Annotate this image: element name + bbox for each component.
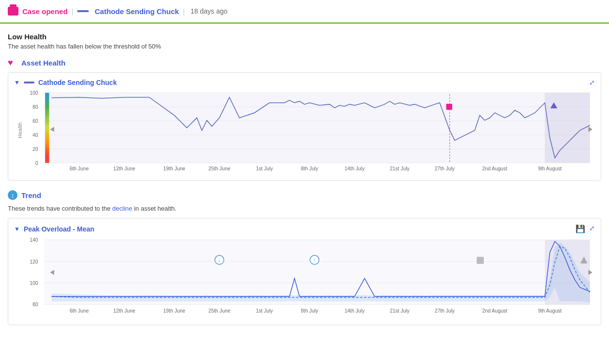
- svg-text:21st July: 21st July: [390, 166, 410, 171]
- svg-marker-61: [589, 270, 593, 275]
- svg-rect-28: [446, 104, 452, 110]
- case-icon: [8, 7, 18, 16]
- svg-text:8th July: 8th July: [301, 308, 318, 314]
- svg-text:12th June: 12th June: [113, 166, 135, 171]
- svg-text:1st July: 1st July: [256, 308, 273, 314]
- heart-icon: ♥: [8, 58, 17, 67]
- svg-text:8th July: 8th July: [301, 166, 318, 171]
- svg-text:27th July: 27th July: [435, 308, 455, 314]
- svg-text:1st July: 1st July: [256, 166, 273, 171]
- svg-text:6th June: 6th June: [69, 166, 89, 171]
- trend-section-header: ↕ Trend: [8, 190, 601, 200]
- svg-text:140: 140: [30, 238, 38, 243]
- svg-text:100: 100: [30, 281, 38, 286]
- asset-health-title: Asset Health: [21, 59, 66, 67]
- svg-text:19th June: 19th June: [164, 166, 186, 171]
- svg-text:9th August: 9th August: [538, 308, 562, 314]
- svg-text:19th June: 19th June: [164, 308, 186, 314]
- trend-chart-card: ▼ Peak Overload - Mean 💾 ⤢ 140 120: [8, 218, 601, 325]
- trend-decline-word: decline: [112, 205, 132, 212]
- svg-rect-7: [45, 93, 49, 163]
- svg-text:20: 20: [33, 147, 38, 152]
- svg-text:21st July: 21st July: [390, 308, 410, 314]
- health-chart-area: 100 80 60 40 20 0 Health 6th June 12th J…: [14, 90, 595, 174]
- svg-text:Health: Health: [17, 122, 23, 138]
- svg-text:80: 80: [33, 302, 38, 308]
- svg-text:25th June: 25th June: [208, 166, 230, 171]
- svg-rect-58: [477, 257, 483, 264]
- svg-rect-0: [44, 93, 590, 163]
- svg-text:14th July: 14th July: [345, 308, 365, 314]
- svg-text:27th July: 27th July: [435, 166, 455, 171]
- main-content: Low Health The asset health has fallen b…: [0, 24, 609, 344]
- divider-2: |: [183, 7, 185, 16]
- svg-text:40: 40: [33, 132, 38, 138]
- divider-1: |: [71, 7, 73, 16]
- svg-text:120: 120: [30, 259, 38, 265]
- asset-health-chart-card: ▼ Cathode Sending Chuck ⤢: [8, 72, 601, 181]
- case-opened-label: Case opened: [22, 7, 67, 16]
- svg-text:25th June: 25th June: [208, 308, 230, 314]
- health-chart-svg: 100 80 60 40 20 0 Health 6th June 12th J…: [14, 90, 595, 173]
- svg-text:2nd August: 2nd August: [482, 166, 508, 171]
- collapse-arrow-health[interactable]: ▼: [14, 79, 20, 86]
- trend-chart-svg: 140 120 100 80 6th June 12th June 19th J…: [14, 237, 595, 317]
- trend-chart-area: 140 120 100 80 6th June 12th June 19th J…: [14, 237, 595, 319]
- svg-text:6th June: 6th June: [69, 308, 89, 314]
- alert-description: The asset health has fallen below the th…: [8, 43, 601, 50]
- svg-marker-31: [589, 127, 593, 132]
- asset-name-label: Cathode Sending Chuck: [95, 7, 179, 16]
- svg-text:9th August: 9th August: [538, 166, 562, 171]
- chart-title-trend: ▼ Peak Overload - Mean: [14, 225, 94, 233]
- svg-text:12th June: 12th June: [113, 308, 135, 314]
- svg-text:60: 60: [33, 118, 38, 124]
- svg-text:80: 80: [33, 104, 38, 110]
- trend-description: These trends have contributed to the dec…: [8, 205, 601, 212]
- days-ago-label: 18 days ago: [191, 7, 228, 15]
- chart-title-health: ▼ Cathode Sending Chuck: [14, 79, 117, 86]
- top-bar: Case opened | Cathode Sending Chuck | 18…: [0, 0, 609, 24]
- svg-text:↓: ↓: [218, 257, 221, 263]
- chart-header-health: ▼ Cathode Sending Chuck ⤢: [14, 79, 595, 86]
- chart-header-trend: ▼ Peak Overload - Mean 💾 ⤢: [14, 224, 595, 233]
- expand-icon-health[interactable]: ⤢: [589, 79, 595, 86]
- trend-icon: ↕: [8, 190, 17, 200]
- svg-text:14th July: 14th July: [345, 166, 365, 171]
- collapse-arrow-trend[interactable]: ▼: [14, 226, 20, 232]
- svg-rect-27: [545, 93, 590, 163]
- save-icon-trend[interactable]: 💾: [576, 224, 585, 233]
- svg-text:2nd August: 2nd August: [482, 308, 508, 314]
- asset-line-icon: [77, 10, 89, 12]
- svg-text:0: 0: [35, 161, 38, 166]
- asset-health-section-header: ♥ Asset Health: [8, 58, 601, 67]
- svg-text:100: 100: [30, 90, 38, 96]
- svg-text:↑: ↑: [313, 257, 316, 263]
- chart-actions-health: ⤢: [589, 79, 595, 86]
- trend-title: Trend: [21, 191, 41, 199]
- alert-title: Low Health: [8, 33, 601, 41]
- chart-line-icon: [24, 82, 34, 83]
- chart-actions-trend: 💾 ⤢: [576, 224, 595, 233]
- expand-icon-trend[interactable]: ⤢: [589, 224, 595, 233]
